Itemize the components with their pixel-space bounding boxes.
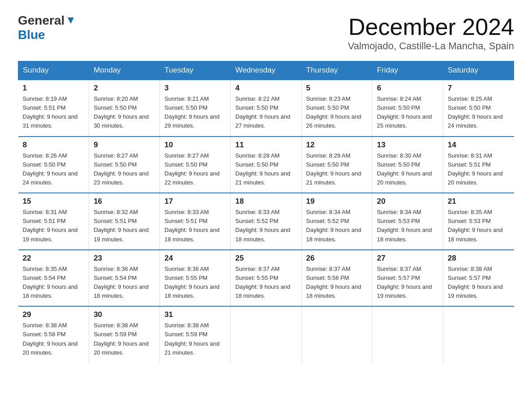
calendar-day-cell: 8 Sunrise: 8:26 AMSunset: 5:50 PMDayligh…	[18, 137, 89, 193]
day-info: Sunrise: 8:27 AMSunset: 5:50 PMDaylight:…	[164, 152, 219, 186]
day-number: 8	[23, 141, 85, 150]
col-wednesday: Wednesday	[231, 61, 301, 80]
day-number: 28	[448, 254, 510, 263]
calendar-day-cell: 19 Sunrise: 8:34 AMSunset: 5:52 PMDaylig…	[301, 193, 372, 250]
day-info: Sunrise: 8:35 AMSunset: 5:53 PMDaylight:…	[448, 209, 503, 242]
day-number: 16	[94, 197, 155, 206]
day-info: Sunrise: 8:35 AMSunset: 5:54 PMDaylight:…	[23, 265, 78, 299]
calendar-day-cell	[443, 306, 514, 363]
day-number: 20	[377, 197, 438, 206]
day-info: Sunrise: 8:34 AMSunset: 5:52 PMDaylight:…	[306, 209, 361, 242]
day-info: Sunrise: 8:38 AMSunset: 5:59 PMDaylight:…	[164, 322, 219, 355]
calendar-day-cell: 9 Sunrise: 8:27 AMSunset: 5:50 PMDayligh…	[89, 137, 160, 193]
logo-blue-text: Blue	[18, 28, 45, 42]
calendar-day-cell: 25 Sunrise: 8:37 AMSunset: 5:55 PMDaylig…	[231, 250, 301, 307]
location-subtitle: Valmojado, Castille-La Mancha, Spain	[348, 40, 514, 52]
calendar-day-cell: 6 Sunrise: 8:24 AMSunset: 5:50 PMDayligh…	[372, 80, 443, 137]
day-number: 29	[23, 310, 85, 319]
logo-arrow-icon	[66, 16, 76, 26]
day-number: 23	[94, 254, 155, 263]
col-sunday: Sunday	[18, 61, 89, 80]
day-info: Sunrise: 8:36 AMSunset: 5:55 PMDaylight:…	[164, 265, 219, 299]
day-info: Sunrise: 8:38 AMSunset: 5:59 PMDaylight:…	[94, 322, 149, 355]
day-info: Sunrise: 8:38 AMSunset: 5:57 PMDaylight:…	[448, 265, 503, 299]
calendar-day-cell	[231, 306, 301, 363]
svg-marker-0	[68, 17, 74, 24]
day-info: Sunrise: 8:34 AMSunset: 5:53 PMDaylight:…	[377, 209, 432, 242]
day-number: 31	[164, 310, 226, 319]
logo: General Blue	[18, 13, 77, 42]
calendar-day-cell	[301, 306, 372, 363]
day-number: 2	[94, 84, 155, 93]
day-number: 12	[306, 141, 368, 150]
day-info: Sunrise: 8:36 AMSunset: 5:54 PMDaylight:…	[94, 265, 149, 299]
calendar-day-cell: 2 Sunrise: 8:20 AMSunset: 5:50 PMDayligh…	[89, 80, 160, 137]
calendar-day-cell: 17 Sunrise: 8:33 AMSunset: 5:51 PMDaylig…	[160, 193, 231, 250]
calendar-day-cell: 10 Sunrise: 8:27 AMSunset: 5:50 PMDaylig…	[160, 137, 231, 193]
calendar-header: Sunday Monday Tuesday Wednesday Thursday…	[18, 61, 514, 80]
col-saturday: Saturday	[443, 61, 514, 80]
col-monday: Monday	[89, 61, 160, 80]
day-number: 7	[448, 84, 510, 93]
calendar-day-cell: 26 Sunrise: 8:37 AMSunset: 5:56 PMDaylig…	[301, 250, 372, 307]
calendar-day-cell: 12 Sunrise: 8:29 AMSunset: 5:50 PMDaylig…	[301, 137, 372, 193]
day-info: Sunrise: 8:33 AMSunset: 5:52 PMDaylight:…	[235, 209, 290, 242]
day-number: 18	[235, 197, 296, 206]
day-info: Sunrise: 8:22 AMSunset: 5:50 PMDaylight:…	[235, 95, 290, 129]
day-number: 26	[306, 254, 368, 263]
day-number: 10	[164, 141, 226, 150]
month-title: December 2024	[348, 13, 514, 40]
calendar-day-cell: 29 Sunrise: 8:38 AMSunset: 5:58 PMDaylig…	[18, 306, 89, 363]
page-header: General Blue December 2024 Valmojado, Ca…	[18, 13, 514, 52]
day-info: Sunrise: 8:25 AMSunset: 5:50 PMDaylight:…	[448, 95, 503, 129]
calendar-day-cell: 3 Sunrise: 8:21 AMSunset: 5:50 PMDayligh…	[160, 80, 231, 137]
day-number: 5	[306, 84, 368, 93]
day-info: Sunrise: 8:26 AMSunset: 5:50 PMDaylight:…	[23, 152, 78, 186]
day-number: 27	[377, 254, 438, 263]
day-info: Sunrise: 8:19 AMSunset: 5:51 PMDaylight:…	[23, 95, 78, 129]
calendar-day-cell: 13 Sunrise: 8:30 AMSunset: 5:50 PMDaylig…	[372, 137, 443, 193]
day-number: 3	[164, 84, 226, 93]
day-number: 30	[94, 310, 155, 319]
calendar-week-row: 15 Sunrise: 8:31 AMSunset: 5:51 PMDaylig…	[18, 193, 514, 250]
day-info: Sunrise: 8:32 AMSunset: 5:51 PMDaylight:…	[94, 209, 149, 242]
calendar-day-cell: 18 Sunrise: 8:33 AMSunset: 5:52 PMDaylig…	[231, 193, 301, 250]
calendar-week-row: 1 Sunrise: 8:19 AMSunset: 5:51 PMDayligh…	[18, 80, 514, 137]
calendar-day-cell: 11 Sunrise: 8:28 AMSunset: 5:50 PMDaylig…	[231, 137, 301, 193]
calendar-day-cell	[372, 306, 443, 363]
calendar-day-cell: 21 Sunrise: 8:35 AMSunset: 5:53 PMDaylig…	[443, 193, 514, 250]
calendar-body: 1 Sunrise: 8:19 AMSunset: 5:51 PMDayligh…	[18, 80, 514, 363]
col-thursday: Thursday	[301, 61, 372, 80]
col-tuesday: Tuesday	[160, 61, 231, 80]
day-number: 11	[235, 141, 296, 150]
calendar-day-cell: 22 Sunrise: 8:35 AMSunset: 5:54 PMDaylig…	[18, 250, 89, 307]
day-number: 14	[448, 141, 510, 150]
day-info: Sunrise: 8:37 AMSunset: 5:56 PMDaylight:…	[306, 265, 361, 299]
title-section: December 2024 Valmojado, Castille-La Man…	[348, 13, 514, 52]
day-info: Sunrise: 8:21 AMSunset: 5:50 PMDaylight:…	[164, 95, 219, 129]
day-info: Sunrise: 8:37 AMSunset: 5:55 PMDaylight:…	[235, 265, 290, 299]
calendar-day-cell: 28 Sunrise: 8:38 AMSunset: 5:57 PMDaylig…	[443, 250, 514, 307]
day-number: 24	[164, 254, 226, 263]
day-info: Sunrise: 8:24 AMSunset: 5:50 PMDaylight:…	[377, 95, 432, 129]
day-info: Sunrise: 8:31 AMSunset: 5:51 PMDaylight:…	[23, 209, 78, 242]
day-info: Sunrise: 8:30 AMSunset: 5:50 PMDaylight:…	[377, 152, 432, 186]
day-info: Sunrise: 8:27 AMSunset: 5:50 PMDaylight:…	[94, 152, 149, 186]
calendar-day-cell: 20 Sunrise: 8:34 AMSunset: 5:53 PMDaylig…	[372, 193, 443, 250]
calendar-day-cell: 24 Sunrise: 8:36 AMSunset: 5:55 PMDaylig…	[160, 250, 231, 307]
day-info: Sunrise: 8:31 AMSunset: 5:51 PMDaylight:…	[448, 152, 503, 186]
day-info: Sunrise: 8:28 AMSunset: 5:50 PMDaylight:…	[235, 152, 290, 186]
calendar-week-row: 22 Sunrise: 8:35 AMSunset: 5:54 PMDaylig…	[18, 250, 514, 307]
calendar-week-row: 8 Sunrise: 8:26 AMSunset: 5:50 PMDayligh…	[18, 137, 514, 193]
day-number: 22	[23, 254, 85, 263]
day-number: 25	[235, 254, 296, 263]
day-info: Sunrise: 8:37 AMSunset: 5:57 PMDaylight:…	[377, 265, 432, 299]
header-row: Sunday Monday Tuesday Wednesday Thursday…	[18, 61, 514, 80]
day-number: 17	[164, 197, 226, 206]
day-number: 13	[377, 141, 438, 150]
calendar-day-cell: 30 Sunrise: 8:38 AMSunset: 5:59 PMDaylig…	[89, 306, 160, 363]
day-info: Sunrise: 8:29 AMSunset: 5:50 PMDaylight:…	[306, 152, 361, 186]
day-number: 4	[235, 84, 296, 93]
calendar-day-cell: 27 Sunrise: 8:37 AMSunset: 5:57 PMDaylig…	[372, 250, 443, 307]
day-info: Sunrise: 8:20 AMSunset: 5:50 PMDaylight:…	[94, 95, 149, 129]
